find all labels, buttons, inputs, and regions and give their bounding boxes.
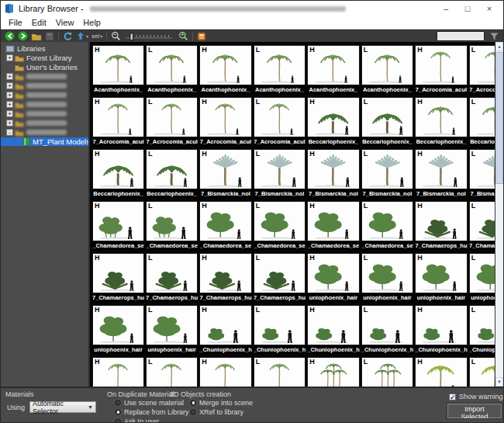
thumbnail-image[interactable]: L	[361, 97, 414, 137]
plant-thumbnail[interactable]: H7_Bismarckia_nol	[306, 147, 361, 199]
plant-thumbnail[interactable]: L_Chuniophoenix_h	[468, 303, 495, 355]
thumbnail-image[interactable]: L	[469, 253, 495, 293]
plant-thumbnail[interactable]: H	[414, 355, 468, 387]
thumbnail-image[interactable]: H	[92, 357, 144, 387]
plant-thumbnail[interactable]: Huniophoenix_hair	[414, 251, 468, 303]
thumbnail-image[interactable]: H	[307, 149, 360, 189]
thumbnail-image[interactable]: L	[361, 357, 414, 387]
expand-toggle-icon[interactable]: +	[6, 54, 13, 61]
tree-item-blurred[interactable]: +	[1, 72, 88, 81]
thumbnail-image[interactable]: L	[254, 305, 306, 345]
plant-thumbnail[interactable]: H_Chamaedorea_se	[198, 199, 253, 251]
plant-thumbnail[interactable]: H7_Bismarckia_nol	[198, 147, 253, 199]
thumbnail-image[interactable]: L	[469, 45, 495, 85]
zoom-in-button[interactable]: +	[177, 30, 190, 42]
thumbnail-image[interactable]: L	[146, 253, 198, 293]
thumbnail-image[interactable]: L	[469, 357, 495, 387]
plant-thumbnail[interactable]: H_Chamaedorea_se	[306, 199, 361, 251]
plant-thumbnail[interactable]: L7_Chamaerops_hu	[145, 251, 198, 303]
thumbnail-image[interactable]: L	[146, 97, 198, 137]
thumbnail-image[interactable]: H	[92, 149, 144, 189]
plant-thumbnail[interactable]: H7_Chamaerops_hu	[91, 251, 145, 303]
maximize-button[interactable]: □	[457, 1, 478, 16]
plant-thumbnail[interactable]: L7_Acrocomia_acul	[253, 95, 307, 147]
plant-thumbnail[interactable]: L	[361, 355, 415, 387]
plant-thumbnail[interactable]: L_Chamaedorea_se	[361, 199, 415, 251]
thumbnail-image[interactable]: H	[92, 97, 144, 137]
up-level-button[interactable]: ▾	[74, 30, 90, 42]
radio-merge-into-scene[interactable]: Merge into scene	[190, 398, 253, 407]
thumbnail-image[interactable]: L	[254, 97, 306, 137]
thumbnail-image[interactable]: H	[415, 45, 468, 85]
thumbnail-image[interactable]: H	[307, 201, 360, 241]
plant-thumbnail[interactable]: L7_Acrocomia_acul	[468, 43, 495, 95]
save-button[interactable]	[43, 30, 56, 42]
menu-view[interactable]: View	[51, 18, 79, 27]
thumbnail-image[interactable]: H	[199, 97, 252, 137]
plant-thumbnail[interactable]: LBeccariophoenix_	[145, 147, 198, 199]
plant-thumbnail[interactable]: Huniophoenix_hair	[91, 303, 145, 355]
thumbnail-image[interactable]: H	[307, 305, 360, 345]
scroll-down-icon[interactable]: ▼	[495, 377, 503, 387]
plant-thumbnail[interactable]: H7_Acrocomia_acul	[414, 43, 468, 95]
plant-thumbnail[interactable]: L7_Acrocomia_acul	[145, 95, 198, 147]
plant-thumbnail[interactable]: L_Chamaedorea_se	[145, 199, 198, 251]
plant-thumbnail[interactable]: L7_Bismarckia_nol	[253, 147, 307, 199]
plant-thumbnail[interactable]: H	[91, 355, 145, 387]
thumbnail-image[interactable]: H	[415, 149, 468, 189]
close-button[interactable]: ×	[478, 1, 500, 16]
scrollbar-thumb[interactable]	[495, 52, 503, 184]
size-slider-button[interactable]	[123, 30, 177, 42]
thumbnail-image[interactable]: H	[415, 201, 468, 241]
thumbnail-image[interactable]: H	[307, 45, 360, 85]
selection-mode-button[interactable]: sel▾	[90, 30, 104, 42]
tree-item-blurred[interactable]: +	[1, 91, 88, 99]
plant-thumbnail[interactable]: HBeccariophoenix_	[414, 95, 468, 147]
expand-toggle-icon[interactable]: +	[6, 82, 13, 89]
plant-thumbnail[interactable]: H7_Acrocomia_acul	[91, 95, 145, 147]
menu-edit[interactable]: Edit	[27, 18, 51, 27]
menu-help[interactable]: Help	[78, 18, 105, 27]
plant-thumbnail[interactable]: LAcanthophoenix_	[361, 43, 415, 95]
expand-toggle-icon[interactable]: +	[6, 110, 13, 117]
plant-thumbnail[interactable]: H7_Chamaerops_hu	[198, 251, 253, 303]
radio-replace-from-library[interactable]: Replace from Library	[115, 407, 189, 416]
search-input[interactable]	[437, 31, 485, 41]
thumbnail-image[interactable]: L	[254, 45, 306, 85]
plant-thumbnail[interactable]: HAcanthophoenix_	[198, 43, 253, 95]
plant-thumbnail[interactable]: L7_Bismarckia_nol	[468, 147, 495, 199]
thumbnail-image[interactable]: H	[307, 253, 360, 293]
import-selected-button[interactable]: Import Selected	[447, 404, 502, 418]
thumbnail-image[interactable]: H	[307, 97, 360, 137]
refresh-button[interactable]	[61, 30, 74, 42]
thumbnail-image[interactable]: L	[254, 253, 306, 293]
plant-thumbnail[interactable]: LBeccariophoenix_	[361, 95, 415, 147]
plant-thumbnail[interactable]: L_Chuniophoenix_h	[361, 303, 415, 355]
plant-thumbnail[interactable]: H_Chuniophoenix_h	[306, 303, 361, 355]
thumbnail-image[interactable]: L	[146, 149, 198, 189]
plant-thumbnail[interactable]: LAcanthophoenix_	[145, 43, 198, 95]
plant-thumbnail[interactable]: L_Chuniophoenix_h	[253, 303, 307, 355]
plant-thumbnail[interactable]: H7_Chamaerops_hu	[414, 199, 468, 251]
plant-thumbnail[interactable]: H	[198, 355, 253, 387]
plant-thumbnail[interactable]: H	[306, 355, 361, 387]
plant-thumbnail[interactable]: H_Chuniophoenix_h	[414, 303, 468, 355]
tree-item-blurred[interactable]: +	[1, 100, 88, 109]
menu-file[interactable]: File	[4, 18, 27, 27]
expand-toggle-icon[interactable]: +	[6, 92, 13, 99]
thumbnail-image[interactable]: L	[254, 149, 306, 189]
thumbnail-image[interactable]: L	[469, 305, 495, 345]
thumbnail-image[interactable]: L	[469, 201, 495, 241]
thumbnail-image[interactable]: H	[199, 305, 252, 345]
thumbnail-image[interactable]: H	[92, 45, 144, 85]
plant-thumbnail[interactable]: Luniophoenix_hair	[361, 251, 415, 303]
thumbnail-image[interactable]: H	[415, 253, 468, 293]
thumbnail-image[interactable]: H	[92, 201, 144, 241]
thumbnail-image[interactable]: L	[361, 201, 414, 241]
plant-thumbnail[interactable]: H7_Acrocomia_acul	[198, 95, 253, 147]
tree-item-blurred[interactable]: +	[1, 81, 88, 90]
display-info-button[interactable]	[195, 30, 208, 42]
plant-thumbnail[interactable]: Huniophoenix_hair	[306, 251, 361, 303]
thumbnail-image[interactable]: H	[415, 305, 468, 345]
back-button[interactable]	[3, 30, 16, 42]
